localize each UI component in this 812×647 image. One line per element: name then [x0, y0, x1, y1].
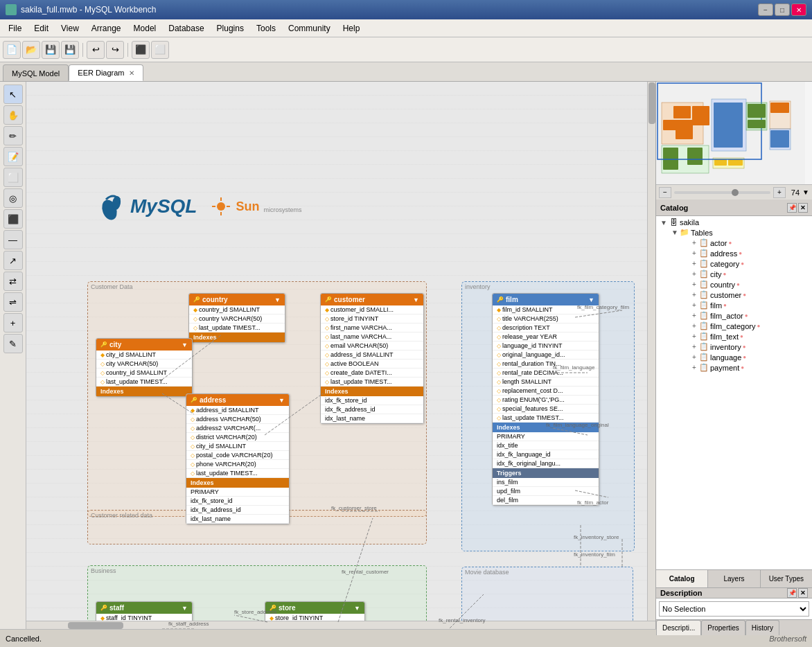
tree-item-payment[interactable]: + 📋 payment ● — [687, 362, 811, 373]
tab-eer-diagram[interactable]: EER Diagram ✕ — [69, 64, 143, 81]
fill-tool[interactable]: ⬛ — [3, 209, 23, 229]
tree-item-film[interactable]: + 📋 film ● — [687, 300, 811, 310]
line-tool[interactable]: — — [3, 230, 23, 249]
description-tabs: Descripti... Properties History — [656, 619, 812, 635]
city-indexes: Indexes — [96, 387, 192, 396]
tree-item-actor[interactable]: + 📋 actor ● — [687, 238, 811, 248]
relation-1-tool[interactable]: ⇄ — [3, 272, 23, 291]
staff-header: 🔑 staff ▼ — [96, 602, 192, 614]
tree-item-city[interactable]: + 📋 city ● — [687, 269, 811, 279]
h-scrollbar[interactable] — [26, 621, 655, 629]
zoom-dropdown[interactable]: ▼ — [802, 188, 809, 196]
relation-2-tool[interactable]: ⇌ — [3, 292, 23, 312]
oval-tool[interactable]: ◎ — [3, 188, 23, 208]
catalog-tree[interactable]: ▼ 🗄 sakila ▼ 📁 Tables + 📋 actor — [656, 216, 812, 569]
catalog-tab-catalog[interactable]: Catalog — [656, 570, 708, 587]
catalog-tab-usertypes[interactable]: User Types — [761, 570, 812, 587]
desc-tab-properties[interactable]: Properties — [701, 620, 745, 635]
menu-database[interactable]: Database — [163, 21, 209, 35]
tree-item-film-actor[interactable]: + 📋 film_actor ● — [687, 310, 811, 321]
tab-close-icon[interactable]: ✕ — [129, 69, 134, 77]
eraser-tool[interactable]: ✏ — [3, 126, 23, 145]
country-header: 🔑 country ▼ — [189, 294, 285, 305]
menu-help[interactable]: Help — [337, 21, 366, 35]
menu-plugins[interactable]: Plugins — [211, 21, 249, 35]
desc-close-button[interactable]: ✕ — [798, 588, 808, 598]
tree-item-customer[interactable]: + 📋 customer ● — [687, 290, 811, 300]
tree-item-tables[interactable]: ▼ 📁 Tables — [667, 227, 811, 238]
toolbar-separator-2 — [127, 43, 128, 57]
desc-tab-description[interactable]: Descripti... — [656, 620, 701, 635]
menu-tools[interactable]: Tools — [251, 21, 281, 35]
svg-rect-57 — [770, 103, 789, 113]
toggle-panel-button[interactable]: ⬜ — [151, 41, 169, 59]
table-film[interactable]: 🔑 film ▼ ◆film_id SMALLINT ◇title VARCHA… — [492, 293, 599, 506]
customer-fields: ◆customer_id SMALLI... ◇store_id TINYINT… — [321, 305, 423, 387]
close-button[interactable]: ✕ — [791, 3, 806, 16]
tree-item-sakila[interactable]: ▼ 🗄 sakila — [657, 218, 811, 227]
save-button[interactable]: 💾 — [42, 41, 60, 59]
zoom-slider[interactable] — [674, 191, 770, 194]
toggle-view-button[interactable]: ⬛ — [132, 41, 150, 59]
note-tool[interactable]: 📝 — [3, 147, 23, 166]
edit-tool[interactable]: ✎ — [3, 334, 23, 353]
open-button[interactable]: 📂 — [22, 41, 40, 59]
connect-tool[interactable]: ↗ — [3, 251, 23, 270]
description-select[interactable]: No Selection — [659, 601, 809, 617]
table-address[interactable]: 🔑 address ▼ ◆address_id SMALLINT ◇addres… — [186, 393, 290, 524]
table-city[interactable]: 🔑 city ▼ ◆city_id SMALLINT ◇city VARCHAR… — [96, 338, 193, 397]
tree-item-inventory[interactable]: + 📋 inventory ● — [687, 342, 811, 352]
minimize-button[interactable]: − — [758, 3, 773, 16]
customer-title: customer — [334, 296, 365, 303]
save-as-button[interactable]: 💾 — [61, 41, 79, 59]
redo-button[interactable]: ↪ — [106, 41, 124, 59]
svg-rect-50 — [714, 159, 727, 166]
tab-mysql-model[interactable]: MySQL Model — [3, 64, 69, 81]
svg-point-33 — [217, 202, 225, 211]
rect-tool[interactable]: ⬜ — [3, 168, 23, 187]
menu-edit[interactable]: Edit — [28, 21, 54, 35]
catalog-pin-button[interactable]: 📌 — [787, 203, 797, 213]
tree-item-country[interactable]: + 📋 country ● — [687, 279, 811, 290]
country-fields: ◆country_id SMALLINT ◇country VARCHAR(50… — [189, 305, 285, 333]
tree-item-language[interactable]: + 📋 language ● — [687, 352, 811, 362]
menu-file[interactable]: File — [3, 21, 27, 35]
zoom-thumb[interactable] — [732, 189, 739, 196]
sun-text: Sun — [236, 200, 259, 214]
movie-db-label: Movie database — [462, 567, 633, 577]
zoom-value: 74 — [791, 188, 800, 197]
zoom-out-button[interactable]: − — [659, 187, 671, 198]
staff-title: staff — [109, 604, 124, 612]
table-country[interactable]: 🔑 country ▼ ◆country_id SMALLINT ◇countr… — [188, 293, 285, 343]
eer-canvas[interactable]: fk_film_category_film fk_film_language f… — [26, 82, 655, 629]
table-customer[interactable]: 🔑 customer ▼ ◆customer_id SMALLI... ◇sto… — [320, 293, 424, 424]
undo-button[interactable]: ↩ — [87, 41, 105, 59]
zoom-in-button[interactable]: + — [773, 187, 786, 198]
minimap-toolbar: − + 74 ▼ — [656, 184, 812, 200]
address-header: 🔑 address ▼ — [186, 394, 289, 406]
new-button[interactable]: 📄 — [3, 41, 21, 59]
svg-rect-43 — [676, 120, 693, 139]
tree-item-film-category[interactable]: + 📋 film_category ● — [687, 321, 811, 331]
catalog-tab-layers[interactable]: Layers — [708, 570, 760, 587]
tree-item-address[interactable]: + 📋 address ● — [687, 248, 811, 258]
catalog-close-button[interactable]: ✕ — [798, 203, 808, 213]
v-scrollbar[interactable] — [647, 82, 655, 621]
film-indexes: Indexes — [493, 423, 599, 432]
menu-model[interactable]: Model — [128, 21, 162, 35]
hand-tool[interactable]: ✋ — [3, 105, 23, 125]
maximize-button[interactable]: □ — [775, 3, 790, 16]
canvas-area[interactable]: fk_film_category_film fk_film_language f… — [26, 82, 656, 629]
tree-item-category[interactable]: + 📋 category ● — [687, 258, 811, 269]
country-title: country — [202, 296, 228, 303]
menu-arrange[interactable]: Arrange — [86, 21, 127, 35]
menu-view[interactable]: View — [55, 21, 85, 35]
desc-pin-button[interactable]: 📌 — [787, 588, 797, 598]
desc-tab-history[interactable]: History — [745, 620, 779, 635]
description-title: Description — [660, 589, 703, 597]
tree-item-film-text[interactable]: + 📋 film_text ● — [687, 331, 811, 342]
menu-community[interactable]: Community — [283, 21, 336, 35]
select-tool[interactable]: ↖ — [3, 85, 23, 104]
catalog-header: Catalog 📌 ✕ — [656, 200, 812, 216]
add-tool[interactable]: + — [3, 313, 23, 333]
